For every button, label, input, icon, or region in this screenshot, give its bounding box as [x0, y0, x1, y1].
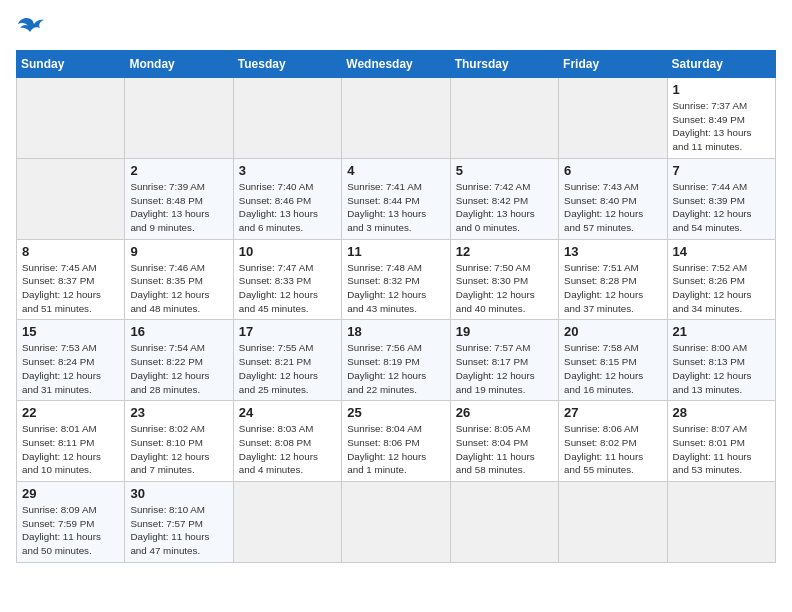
calendar-cell: 1 Sunrise: 7:37 AM Sunset: 8:49 PM Dayli… [667, 78, 775, 159]
calendar-cell [125, 78, 233, 159]
day-number: 25 [347, 405, 444, 420]
day-number: 30 [130, 486, 227, 501]
calendar-cell: 6 Sunrise: 7:43 AM Sunset: 8:40 PM Dayli… [559, 158, 667, 239]
day-number: 21 [673, 324, 770, 339]
day-header-monday: Monday [125, 51, 233, 78]
day-info: Sunrise: 7:46 AM Sunset: 8:35 PM Dayligh… [130, 261, 227, 316]
calendar-cell [342, 482, 450, 563]
day-number: 18 [347, 324, 444, 339]
day-header-tuesday: Tuesday [233, 51, 341, 78]
day-number: 3 [239, 163, 336, 178]
calendar-cell: 24 Sunrise: 8:03 AM Sunset: 8:08 PM Dayl… [233, 401, 341, 482]
day-number: 5 [456, 163, 553, 178]
day-number: 28 [673, 405, 770, 420]
calendar-cell: 3 Sunrise: 7:40 AM Sunset: 8:46 PM Dayli… [233, 158, 341, 239]
day-info: Sunrise: 7:42 AM Sunset: 8:42 PM Dayligh… [456, 180, 553, 235]
day-info: Sunrise: 7:37 AM Sunset: 8:49 PM Dayligh… [673, 99, 770, 154]
calendar-cell: 22 Sunrise: 8:01 AM Sunset: 8:11 PM Dayl… [17, 401, 125, 482]
day-header-thursday: Thursday [450, 51, 558, 78]
day-info: Sunrise: 7:54 AM Sunset: 8:22 PM Dayligh… [130, 341, 227, 396]
day-number: 19 [456, 324, 553, 339]
day-info: Sunrise: 7:44 AM Sunset: 8:39 PM Dayligh… [673, 180, 770, 235]
day-header-friday: Friday [559, 51, 667, 78]
calendar-cell: 19 Sunrise: 7:57 AM Sunset: 8:17 PM Dayl… [450, 320, 558, 401]
day-info: Sunrise: 7:58 AM Sunset: 8:15 PM Dayligh… [564, 341, 661, 396]
day-info: Sunrise: 8:09 AM Sunset: 7:59 PM Dayligh… [22, 503, 119, 558]
calendar-cell: 5 Sunrise: 7:42 AM Sunset: 8:42 PM Dayli… [450, 158, 558, 239]
day-info: Sunrise: 7:50 AM Sunset: 8:30 PM Dayligh… [456, 261, 553, 316]
calendar-cell: 27 Sunrise: 8:06 AM Sunset: 8:02 PM Dayl… [559, 401, 667, 482]
day-info: Sunrise: 8:01 AM Sunset: 8:11 PM Dayligh… [22, 422, 119, 477]
day-number: 12 [456, 244, 553, 259]
calendar-cell: 4 Sunrise: 7:41 AM Sunset: 8:44 PM Dayli… [342, 158, 450, 239]
day-number: 10 [239, 244, 336, 259]
calendar-cell: 15 Sunrise: 7:53 AM Sunset: 8:24 PM Dayl… [17, 320, 125, 401]
calendar-cell: 8 Sunrise: 7:45 AM Sunset: 8:37 PM Dayli… [17, 239, 125, 320]
logo [16, 16, 46, 38]
calendar-cell: 18 Sunrise: 7:56 AM Sunset: 8:19 PM Dayl… [342, 320, 450, 401]
calendar-cell [17, 158, 125, 239]
day-number: 13 [564, 244, 661, 259]
calendar-cell: 16 Sunrise: 7:54 AM Sunset: 8:22 PM Dayl… [125, 320, 233, 401]
day-info: Sunrise: 8:05 AM Sunset: 8:04 PM Dayligh… [456, 422, 553, 477]
day-info: Sunrise: 8:10 AM Sunset: 7:57 PM Dayligh… [130, 503, 227, 558]
calendar-cell: 12 Sunrise: 7:50 AM Sunset: 8:30 PM Dayl… [450, 239, 558, 320]
calendar-cell: 14 Sunrise: 7:52 AM Sunset: 8:26 PM Dayl… [667, 239, 775, 320]
day-info: Sunrise: 7:55 AM Sunset: 8:21 PM Dayligh… [239, 341, 336, 396]
calendar-cell: 29 Sunrise: 8:09 AM Sunset: 7:59 PM Dayl… [17, 482, 125, 563]
calendar-cell: 2 Sunrise: 7:39 AM Sunset: 8:48 PM Dayli… [125, 158, 233, 239]
day-info: Sunrise: 7:47 AM Sunset: 8:33 PM Dayligh… [239, 261, 336, 316]
calendar-cell: 17 Sunrise: 7:55 AM Sunset: 8:21 PM Dayl… [233, 320, 341, 401]
day-info: Sunrise: 8:03 AM Sunset: 8:08 PM Dayligh… [239, 422, 336, 477]
calendar-cell: 13 Sunrise: 7:51 AM Sunset: 8:28 PM Dayl… [559, 239, 667, 320]
calendar-cell: 21 Sunrise: 8:00 AM Sunset: 8:13 PM Dayl… [667, 320, 775, 401]
calendar-cell [559, 482, 667, 563]
day-header-sunday: Sunday [17, 51, 125, 78]
calendar: SundayMondayTuesdayWednesdayThursdayFrid… [16, 50, 776, 563]
day-info: Sunrise: 8:04 AM Sunset: 8:06 PM Dayligh… [347, 422, 444, 477]
day-info: Sunrise: 7:48 AM Sunset: 8:32 PM Dayligh… [347, 261, 444, 316]
calendar-cell: 28 Sunrise: 8:07 AM Sunset: 8:01 PM Dayl… [667, 401, 775, 482]
calendar-cell: 30 Sunrise: 8:10 AM Sunset: 7:57 PM Dayl… [125, 482, 233, 563]
calendar-cell [233, 78, 341, 159]
calendar-cell: 7 Sunrise: 7:44 AM Sunset: 8:39 PM Dayli… [667, 158, 775, 239]
calendar-cell: 10 Sunrise: 7:47 AM Sunset: 8:33 PM Dayl… [233, 239, 341, 320]
calendar-cell [559, 78, 667, 159]
day-number: 27 [564, 405, 661, 420]
day-info: Sunrise: 7:40 AM Sunset: 8:46 PM Dayligh… [239, 180, 336, 235]
day-header-wednesday: Wednesday [342, 51, 450, 78]
day-number: 29 [22, 486, 119, 501]
calendar-cell: 9 Sunrise: 7:46 AM Sunset: 8:35 PM Dayli… [125, 239, 233, 320]
day-info: Sunrise: 7:52 AM Sunset: 8:26 PM Dayligh… [673, 261, 770, 316]
day-info: Sunrise: 7:57 AM Sunset: 8:17 PM Dayligh… [456, 341, 553, 396]
day-number: 15 [22, 324, 119, 339]
day-info: Sunrise: 8:07 AM Sunset: 8:01 PM Dayligh… [673, 422, 770, 477]
day-info: Sunrise: 7:56 AM Sunset: 8:19 PM Dayligh… [347, 341, 444, 396]
day-header-saturday: Saturday [667, 51, 775, 78]
day-number: 7 [673, 163, 770, 178]
day-info: Sunrise: 8:00 AM Sunset: 8:13 PM Dayligh… [673, 341, 770, 396]
calendar-cell: 11 Sunrise: 7:48 AM Sunset: 8:32 PM Dayl… [342, 239, 450, 320]
calendar-cell: 20 Sunrise: 7:58 AM Sunset: 8:15 PM Dayl… [559, 320, 667, 401]
day-info: Sunrise: 7:53 AM Sunset: 8:24 PM Dayligh… [22, 341, 119, 396]
day-number: 23 [130, 405, 227, 420]
calendar-cell [17, 78, 125, 159]
calendar-cell [450, 78, 558, 159]
day-number: 8 [22, 244, 119, 259]
day-number: 11 [347, 244, 444, 259]
day-number: 1 [673, 82, 770, 97]
day-number: 6 [564, 163, 661, 178]
calendar-cell [667, 482, 775, 563]
day-info: Sunrise: 8:02 AM Sunset: 8:10 PM Dayligh… [130, 422, 227, 477]
day-number: 17 [239, 324, 336, 339]
day-number: 22 [22, 405, 119, 420]
day-number: 24 [239, 405, 336, 420]
logo-bird-icon [18, 16, 46, 38]
day-info: Sunrise: 7:43 AM Sunset: 8:40 PM Dayligh… [564, 180, 661, 235]
day-number: 4 [347, 163, 444, 178]
day-number: 26 [456, 405, 553, 420]
day-info: Sunrise: 7:39 AM Sunset: 8:48 PM Dayligh… [130, 180, 227, 235]
day-number: 2 [130, 163, 227, 178]
day-number: 20 [564, 324, 661, 339]
calendar-cell: 26 Sunrise: 8:05 AM Sunset: 8:04 PM Dayl… [450, 401, 558, 482]
